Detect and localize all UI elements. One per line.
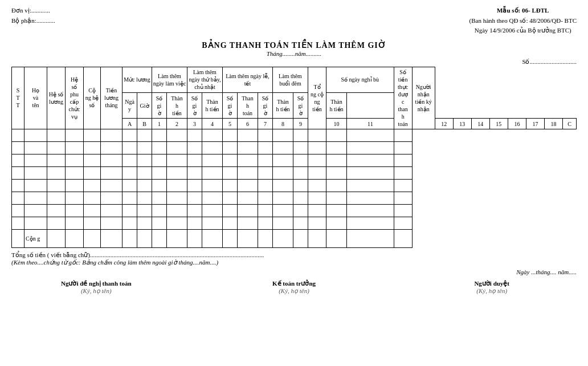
table-cell: [84, 141, 101, 154]
cong-cell: [137, 229, 152, 247]
col-t7-so-gio: Sốgiờ: [187, 93, 202, 119]
table-cell: [122, 217, 137, 229]
table-cell: [47, 166, 66, 179]
table-cell: [273, 217, 293, 229]
cong-cell: [167, 229, 187, 247]
table-cell: [258, 179, 273, 192]
table-cell: [187, 154, 202, 166]
footer-section: Tổng số tiền ( viết bằng chữ)...........…: [11, 251, 577, 295]
cong-cell: [308, 229, 326, 247]
table-cell: [293, 129, 308, 141]
cong-cell: [293, 229, 308, 247]
so-line: Số..............................: [11, 58, 577, 66]
col-tien-luong: Tiềnlươngtháng: [101, 67, 122, 129]
sub-title: Tháng........năm..........: [11, 50, 577, 57]
col-num-b: B: [137, 119, 152, 129]
col-muc-ngay: Ngày: [122, 93, 137, 119]
table-cell: [326, 129, 347, 141]
cong-cell: [273, 229, 293, 247]
table-cell: [187, 166, 202, 179]
cong-row: Cộn g: [12, 229, 577, 247]
table-cell: [66, 154, 84, 166]
table-cell: [167, 129, 187, 141]
table-cell: [152, 166, 167, 179]
table-cell: [238, 204, 258, 217]
table-cell: [238, 179, 258, 192]
table-cell: [47, 129, 66, 141]
col-cong-he-so: Cộng hệsố: [84, 67, 101, 129]
table-cell: [47, 217, 66, 229]
col-lam-them-le-tet: Làm thêm ngày lễ, tết: [223, 67, 273, 92]
col-ngay-thanh-tien: Thànhtiền: [167, 93, 187, 119]
table-cell: [202, 217, 223, 229]
col-lam-them-t7: Làm thêm ngày thứ bảy, chủ nhật: [187, 67, 223, 92]
header-left: Đơn vị:............ Bộ phận:............: [11, 6, 55, 36]
table-cell: [167, 192, 187, 204]
table-cell: [293, 217, 308, 229]
table-cell: [223, 166, 238, 179]
table-cell: [137, 179, 152, 192]
col-num-11: 11: [347, 119, 394, 129]
table-cell: [24, 217, 47, 229]
col-nghibu-thanh-tien: Thành tiền: [326, 93, 347, 119]
table-cell: [293, 192, 308, 204]
table-cell: [24, 192, 47, 204]
table-cell: [152, 129, 167, 141]
cong-cell: [47, 229, 66, 247]
table-cell: [66, 217, 84, 229]
table-header-row1: STT Họvàtên Hệ số lương Hệsốphucấpchứcvụ…: [12, 67, 577, 92]
table-row: [12, 179, 577, 192]
table-cell: [122, 166, 137, 179]
table-row: [12, 141, 577, 154]
table-cell: [223, 192, 238, 204]
col-num-14: 14: [471, 119, 489, 129]
table-cell: [258, 154, 273, 166]
table-cell: [101, 129, 122, 141]
col-muc-gio: Giờ: [137, 93, 152, 119]
table-cell: [258, 129, 273, 141]
table-cell: [202, 179, 223, 192]
sig-nguoi-duyet: Người duyệt (Ký, họ tên): [407, 280, 577, 295]
title-section: BẢNG THANH TOÁN TIỀN LÀM THÊM GIỜ Tháng.…: [11, 40, 577, 57]
table-cell: [122, 141, 137, 154]
table-cell: [122, 179, 137, 192]
table-cell: [223, 154, 238, 166]
table-cell: [347, 166, 394, 179]
cong-cell: [394, 229, 412, 247]
table-cell: [122, 192, 137, 204]
table-row: [12, 166, 577, 179]
table-cell: [101, 154, 122, 166]
table-cell: [326, 154, 347, 166]
cong-cell: [258, 229, 273, 247]
table-cell: [293, 154, 308, 166]
table-cell: [66, 141, 84, 154]
table-cell: [152, 192, 167, 204]
table-cell: [394, 192, 412, 204]
table-cell: [152, 204, 167, 217]
col-num-2: 2: [167, 119, 187, 129]
table-row: [12, 204, 577, 217]
col-num-7: 7: [258, 119, 273, 129]
col-dem-thanh-tien: Thành tiền: [273, 93, 293, 119]
table-cell: [223, 129, 238, 141]
table-cell: [223, 217, 238, 229]
bo-phan: Bộ phận:............: [11, 16, 55, 26]
col-num-9: 9: [293, 119, 308, 129]
table-cell: [24, 204, 47, 217]
col-lam-them-dem: Làm thêm buổi đêm: [273, 67, 308, 92]
col-so-tien-thuc: Sốtiềnthựcđượcthanhtoán: [394, 67, 412, 129]
table-cell: [394, 166, 412, 179]
table-cell: [137, 192, 152, 204]
table-cell: [12, 166, 24, 179]
table-cell: [308, 141, 326, 154]
table-cell: [24, 166, 47, 179]
table-cell: [258, 141, 273, 154]
table-cell: [187, 204, 202, 217]
table-cell: [223, 204, 238, 217]
table-cell: [394, 217, 412, 229]
table-cell: [24, 129, 47, 141]
table-cell: [101, 166, 122, 179]
ban-hanh: (Ban hành theo QĐ số: 48/2006/QĐ- BTC: [469, 16, 577, 26]
table-cell: [347, 192, 394, 204]
ngay-ban-hanh: Ngày 14/9/2006 của Bộ trưởng BTC): [469, 26, 577, 36]
